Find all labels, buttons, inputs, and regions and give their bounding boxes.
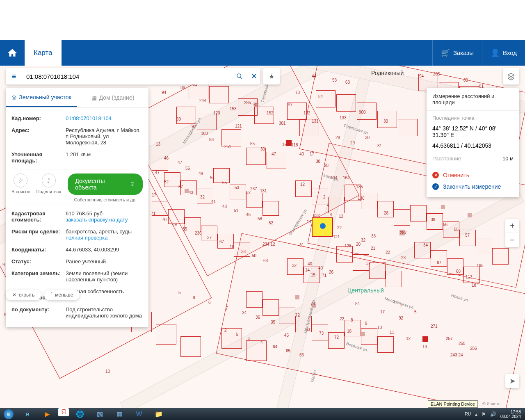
hide-button[interactable]: ✕скрыть [6, 290, 41, 300]
coord-dec: 44.636811 / 40.142053 [432, 142, 514, 149]
home-icon [7, 48, 18, 58]
start-button[interactable]: ⊞ [0, 408, 17, 420]
volume-icon[interactable]: 🔊 [490, 411, 496, 417]
taskbar: ⊞ e ▶ Я 🌐 ▧ ▦ W 📁 RU ▴ ⚑ 🔊 17:58 08.04.2… [0, 408, 525, 420]
chevron-up-icon: ˆ [51, 292, 52, 298]
tray-tooltip: ELAN Pointing Device [428, 400, 478, 408]
last-point-label: Последняя точка [432, 115, 514, 121]
kad-label: Кад.номер: [11, 115, 66, 121]
addr-label: Адрес: [11, 127, 66, 146]
cart-icon: 🛒 [441, 48, 450, 57]
finish-button[interactable]: ✓ Закончить измерение [432, 181, 514, 192]
system-tray: RU ▴ ⚑ 🔊 17:58 08.04.2024 [465, 410, 525, 419]
zoom-out-button[interactable]: − [505, 233, 519, 247]
locate-button[interactable]: ➤ [505, 374, 519, 388]
cat-label: Категория земель: [11, 270, 66, 283]
home-button[interactable] [0, 40, 25, 66]
kad-value[interactable]: 01:08:0701018:104 [66, 115, 143, 121]
app1-icon[interactable]: Я [58, 408, 69, 416]
tab-map[interactable]: Карта [25, 40, 62, 66]
user-icon: 👤 [491, 48, 500, 57]
time: 17:58 [511, 410, 521, 414]
coord-label: Координаты: [11, 247, 66, 253]
app3-icon[interactable]: ▦ [111, 408, 128, 420]
orders-button[interactable]: 🛒 Заказы [432, 40, 482, 66]
pin-icon: ◎ [11, 94, 16, 100]
card-actions: ☆ В список ⤴ Поделиться Документы объект… [11, 169, 143, 205]
tab-land[interactable]: ◎ Земельный участок [6, 88, 77, 107]
search-bar: ≡ ✕ [6, 68, 260, 84]
risk-label: Риски при сделке: [11, 228, 66, 241]
distance-label: Расстояние [432, 155, 461, 162]
svg-point-0 [237, 74, 241, 78]
navbar-right: 🛒 Заказы 👤 Вход [432, 40, 525, 66]
banner-area [0, 0, 525, 40]
clear-icon[interactable]: ✕ [248, 68, 260, 84]
app2-icon[interactable]: ▧ [91, 408, 108, 420]
date: 08.04.2024 [500, 414, 521, 419]
finish-label: Закончить измерение [443, 183, 501, 190]
login-button[interactable]: 👤 Вход [482, 40, 525, 66]
measure-body: Последняя точка 44° 38' 12.52" N / 40° 0… [427, 111, 519, 166]
doc-label: по документу: [11, 306, 66, 319]
less-button[interactable]: ˆменьше [44, 290, 80, 300]
layers-button[interactable] [503, 68, 519, 84]
search-input[interactable] [22, 68, 231, 84]
flag-icon[interactable]: ⚑ [482, 411, 486, 417]
coord-dms: 44° 38' 12.52" N / 40° 08' 31.39" E [432, 125, 514, 138]
card-bottom-buttons: ✕скрыть ˆменьше [6, 290, 80, 300]
tray-chevron-icon[interactable]: ▴ [475, 411, 477, 417]
share-icon: ⤴ [42, 173, 56, 187]
cancel-label: Отменить [443, 172, 469, 178]
share-button[interactable]: ⤴ Поделиться [37, 173, 62, 202]
share-label: Поделиться [37, 189, 62, 194]
area-label: Уточненная площадь: [11, 151, 66, 164]
media-icon[interactable]: ▶ [39, 408, 56, 420]
add-to-list-button[interactable]: ☆ В список [11, 173, 30, 202]
word-icon[interactable]: W [130, 408, 148, 420]
zoom-in-button[interactable]: + [505, 219, 519, 233]
doc-icon: 🗎 [130, 181, 135, 187]
docs-button[interactable]: Документы объекта 🗎 [68, 173, 143, 195]
cost-link[interactable]: заказать справку на дату [66, 217, 128, 223]
less-label: меньше [55, 292, 73, 298]
coord-value: 44.676033, 40.003299 [66, 247, 143, 253]
building-icon: ▦ [91, 94, 97, 101]
search-icon[interactable] [231, 68, 248, 84]
zoom-control: + − [505, 219, 519, 247]
cancel-button[interactable]: ✕ Отменить [432, 169, 514, 181]
favorite-button[interactable]: ★ [263, 68, 280, 84]
doc-value: Под строительство индивидуального жилого… [66, 306, 143, 319]
explorer-icon[interactable]: 📁 [150, 408, 167, 420]
add-to-list-label: В список [11, 189, 30, 194]
menu-button[interactable]: ≡ [6, 68, 22, 84]
clock[interactable]: 17:58 08.04.2024 [500, 410, 521, 419]
hide-label: скрыть [19, 292, 34, 298]
measure-actions: ✕ Отменить ✓ Закончить измерение [427, 166, 519, 197]
card-tabs: ◎ Земельный участок ▦ Дом (здание) [6, 88, 148, 107]
tab-building[interactable]: ▦ Дом (здание) [77, 88, 148, 107]
windows-icon: ⊞ [4, 409, 14, 419]
cost-value: 610 768.55 руб.заказать справку на дату [66, 210, 143, 223]
place-label: Родниковый [371, 70, 404, 76]
docs-subtitle: Собственник, стоимость и др. [74, 197, 137, 202]
risk-value: банкротства, аресты, судыполная проверка [66, 228, 143, 241]
tab-land-label: Земельный участок [19, 94, 71, 100]
map-attribution: © Яндекс [482, 402, 500, 406]
star-icon: ☆ [14, 173, 27, 187]
map-marker[interactable] [320, 223, 326, 229]
close-icon: ✕ [12, 292, 16, 298]
cancel-icon: ✕ [432, 172, 439, 178]
measure-panel: Измерение расстояний и площади Последняя… [427, 88, 519, 197]
area-value: 1 201 кв.м [66, 151, 143, 164]
lang-indicator[interactable]: RU [465, 412, 470, 416]
status-value: Ранее учтенный [66, 258, 143, 265]
status-label: Статус: [11, 258, 66, 265]
center-label: Центральный [347, 287, 384, 294]
risk-link[interactable]: полная проверка [66, 235, 108, 241]
cost-label: Кадастровая стоимость: [11, 210, 66, 223]
chrome-icon[interactable]: 🌐 [71, 408, 89, 420]
measure-title: Измерение расстояний и площади [427, 88, 519, 111]
ie-icon[interactable]: e [19, 408, 36, 420]
navbar: Карта 🛒 Заказы 👤 Вход [0, 40, 525, 66]
